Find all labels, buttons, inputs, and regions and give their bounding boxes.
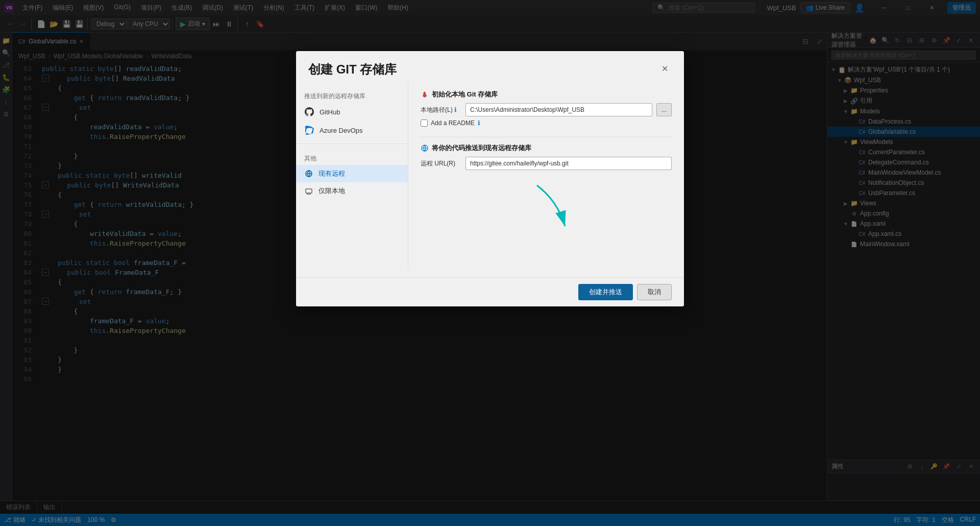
git-globe-icon xyxy=(421,144,429,152)
git-modal-body: 推送到新的远程存储库 GitHub Azure Dev xyxy=(296,82,684,277)
git-other-title: 其他 xyxy=(296,152,408,165)
git-remote-title-text: 将你的代码推送到现有远程存储库 xyxy=(432,144,531,153)
git-readme-label[interactable]: Add a README xyxy=(431,119,475,127)
readme-info-icon: ℹ xyxy=(478,119,480,127)
git-option-github[interactable]: GitHub xyxy=(296,103,408,121)
azure-devops-label: Azure DevOps xyxy=(320,127,363,134)
github-icon xyxy=(304,107,314,117)
git-other-section: 其他 现有远程 xyxy=(296,148,408,204)
git-remote-section-title: 将你的代码推送到现有远程存储库 xyxy=(421,144,672,153)
git-left-panel: 推送到新的远程存储库 GitHub Azure Dev xyxy=(296,82,408,269)
git-modal-header: 创建 GIT 存储库 ✕ xyxy=(296,51,684,82)
git-path-label: 本地路径(L) ℹ xyxy=(421,106,461,114)
git-url-input[interactable] xyxy=(465,157,672,170)
git-init-title-text: 初始化本地 Git 存储库 xyxy=(432,90,498,99)
github-label: GitHub xyxy=(320,108,340,116)
git-modal-footer: 创建并推送 取消 xyxy=(296,277,684,306)
existing-remote-label: 现有远程 xyxy=(318,169,345,178)
git-flame-icon xyxy=(421,90,429,99)
git-modal: 创建 GIT 存储库 ✕ 推送到新的远程存储库 GitHub xyxy=(296,51,684,306)
git-option-local-only[interactable]: 仅限本地 xyxy=(296,182,408,200)
git-readme-row: Add a README ℹ xyxy=(421,119,672,127)
git-url-label: 远程 URL(R) xyxy=(421,159,461,168)
git-path-row: 本地路径(L) ℹ ... xyxy=(421,103,672,116)
git-path-input[interactable] xyxy=(465,103,652,116)
git-create-push-button[interactable]: 创建并推送 xyxy=(578,284,633,300)
git-modal-close-button[interactable]: ✕ xyxy=(657,61,672,76)
git-browse-button[interactable]: ... xyxy=(656,103,672,116)
git-option-azure[interactable]: Azure DevOps xyxy=(296,121,408,139)
modal-overlay: 创建 GIT 存储库 ✕ 推送到新的远程存储库 GitHub xyxy=(0,0,980,526)
local-only-icon xyxy=(304,186,313,196)
git-url-row: 远程 URL(R) xyxy=(421,157,672,170)
git-push-remote-header: 推送到新的远程存储库 xyxy=(296,90,408,103)
git-modal-title: 创建 GIT 存储库 xyxy=(308,61,397,78)
annotation-arrow xyxy=(522,180,583,242)
path-info-icon: ℹ xyxy=(454,106,457,113)
git-path-label-text: 本地路径(L) xyxy=(421,106,453,113)
git-cancel-button[interactable]: 取消 xyxy=(637,284,672,300)
git-remote-section: 将你的代码推送到现有远程存储库 远程 URL(R) xyxy=(421,144,672,170)
git-right-panel: 初始化本地 Git 存储库 本地路径(L) ℹ ... Add a README xyxy=(408,82,684,269)
git-option-existing-remote[interactable]: 现有远程 xyxy=(296,165,408,182)
svg-rect-3 xyxy=(306,189,312,193)
git-init-section: 初始化本地 Git 存储库 本地路径(L) ℹ ... Add a README xyxy=(421,90,672,127)
git-init-section-title: 初始化本地 Git 存储库 xyxy=(421,90,672,99)
existing-remote-icon xyxy=(304,169,313,178)
local-only-label: 仅限本地 xyxy=(318,186,345,196)
git-divider xyxy=(421,137,672,137)
git-readme-checkbox[interactable] xyxy=(421,119,428,127)
azure-devops-icon xyxy=(304,125,314,135)
